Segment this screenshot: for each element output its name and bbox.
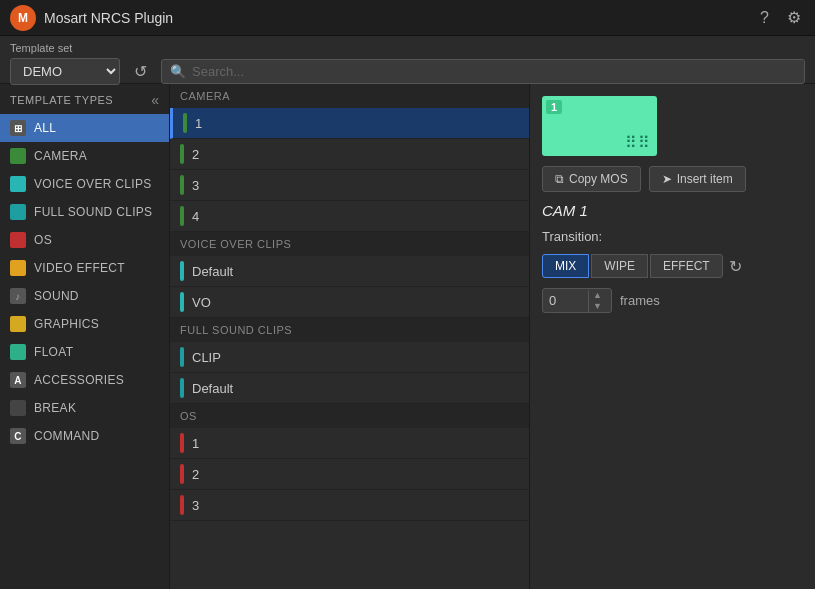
main-area: Template Types « ⊞ ALL CAMERA VOICE OVER… xyxy=(0,84,815,589)
ve-icon xyxy=(10,260,26,276)
sidebar-item-command[interactable]: C COMMAND xyxy=(0,422,169,450)
toolbar: Template set DEMO DEFAULT TEST ↺ 🔍 xyxy=(0,36,815,84)
transition-buttons: MIX WIPE EFFECT ↻ xyxy=(542,254,803,278)
camera-icon xyxy=(10,148,26,164)
preview-name: CAM 1 xyxy=(542,202,803,219)
transition-label: Transition: xyxy=(542,229,803,244)
section-header-fs: FULL SOUND CLIPS xyxy=(170,318,529,342)
camera-bar xyxy=(180,206,184,226)
sidebar-item-label: GRAPHICS xyxy=(34,317,99,331)
template-list: CAMERA 1 2 3 4 VOICE OVER CLIPS Default … xyxy=(170,84,530,589)
sidebar-item-label: FLOAT xyxy=(34,345,73,359)
sidebar-item-graphics[interactable]: GRAPHICS xyxy=(0,310,169,338)
template-item-fs-clip[interactable]: CLIP xyxy=(170,342,529,373)
search-wrapper: 🔍 xyxy=(161,59,805,84)
title-bar-right: ? ⚙ xyxy=(756,4,805,31)
refresh-button[interactable]: ↺ xyxy=(128,60,153,83)
break-icon xyxy=(10,400,26,416)
template-item-vo-vo[interactable]: VO xyxy=(170,287,529,318)
sidebar-item-sound[interactable]: ♪ SOUND xyxy=(0,282,169,310)
sidebar-item-label: COMMAND xyxy=(34,429,99,443)
accessories-icon: A xyxy=(10,372,26,388)
template-item-os-1[interactable]: 1 xyxy=(170,428,529,459)
sidebar-item-label: VOICE OVER CLIPS xyxy=(34,177,152,191)
float-icon xyxy=(10,344,26,360)
title-bar-left: M Mosart NRCS Plugin xyxy=(10,5,173,31)
template-item-vo-default[interactable]: Default xyxy=(170,256,529,287)
preview-actions: ⧉ Copy MOS ➤ Insert item xyxy=(542,166,803,192)
toolbar-row: DEMO DEFAULT TEST ↺ 🔍 xyxy=(10,58,805,85)
preview-dots: ⠿⠿ xyxy=(625,133,651,152)
sidebar-item-label: SOUND xyxy=(34,289,79,303)
transition-effect-button[interactable]: EFFECT xyxy=(650,254,723,278)
search-input[interactable] xyxy=(192,60,796,83)
template-set-label: Template set xyxy=(10,42,72,54)
frames-increment-button[interactable]: ▲ xyxy=(589,290,606,301)
insert-icon: ➤ xyxy=(662,172,672,186)
sidebar-item-break[interactable]: BREAK xyxy=(0,394,169,422)
section-header-camera: CAMERA xyxy=(170,84,529,108)
template-set-select[interactable]: DEMO DEFAULT TEST xyxy=(10,58,120,85)
os-icon xyxy=(10,232,26,248)
frames-row: ▲ ▼ frames xyxy=(542,288,803,313)
app-logo: M xyxy=(10,5,36,31)
frames-decrement-button[interactable]: ▼ xyxy=(589,301,606,312)
sidebar-item-all[interactable]: ⊞ ALL xyxy=(0,114,169,142)
sidebar-title: Template Types xyxy=(10,94,113,106)
sidebar-item-label: FULL SOUND CLIPS xyxy=(34,205,152,219)
vo-icon xyxy=(10,176,26,192)
graphics-icon xyxy=(10,316,26,332)
template-item-camera-1[interactable]: 1 xyxy=(170,108,529,139)
section-header-vo: VOICE OVER CLIPS xyxy=(170,232,529,256)
sound-icon: ♪ xyxy=(10,288,26,304)
transition-mix-button[interactable]: MIX xyxy=(542,254,589,278)
os-bar xyxy=(180,433,184,453)
fs-bar xyxy=(180,378,184,398)
transition-wipe-button[interactable]: WIPE xyxy=(591,254,648,278)
sidebar-item-label: OS xyxy=(34,233,52,247)
insert-item-label: Insert item xyxy=(677,172,733,186)
sidebar-collapse-button[interactable]: « xyxy=(151,92,159,108)
frames-input[interactable] xyxy=(543,289,588,312)
sidebar-item-label: ACCESSORIES xyxy=(34,373,124,387)
copy-mos-label: Copy MOS xyxy=(569,172,628,186)
template-item-os-2[interactable]: 2 xyxy=(170,459,529,490)
search-icon: 🔍 xyxy=(170,64,186,79)
sidebar-header: Template Types « xyxy=(0,84,169,114)
preview-panel: 1 ⠿⠿ ⧉ Copy MOS ➤ Insert item CAM 1 Tran… xyxy=(530,84,815,589)
sidebar-item-label: CAMERA xyxy=(34,149,87,163)
template-item-camera-4[interactable]: 4 xyxy=(170,201,529,232)
sidebar-item-video-effect[interactable]: VIDEO EFFECT xyxy=(0,254,169,282)
template-item-fs-default[interactable]: Default xyxy=(170,373,529,404)
copy-mos-button[interactable]: ⧉ Copy MOS xyxy=(542,166,641,192)
app-title: Mosart NRCS Plugin xyxy=(44,10,173,26)
preview-badge: 1 xyxy=(546,100,562,114)
sidebar-item-label: VIDEO EFFECT xyxy=(34,261,125,275)
fs-bar xyxy=(180,347,184,367)
sidebar-item-os[interactable]: OS xyxy=(0,226,169,254)
sidebar-item-float[interactable]: FLOAT xyxy=(0,338,169,366)
command-icon: C xyxy=(10,428,26,444)
template-item-camera-3[interactable]: 3 xyxy=(170,170,529,201)
help-button[interactable]: ? xyxy=(756,5,773,31)
fs-icon xyxy=(10,204,26,220)
template-item-camera-2[interactable]: 2 xyxy=(170,139,529,170)
sidebar: Template Types « ⊞ ALL CAMERA VOICE OVER… xyxy=(0,84,170,589)
sidebar-item-label: BREAK xyxy=(34,401,76,415)
transition-refresh-button[interactable]: ↻ xyxy=(729,257,742,276)
vo-bar xyxy=(180,292,184,312)
copy-icon: ⧉ xyxy=(555,172,564,186)
camera-bar xyxy=(183,113,187,133)
insert-item-button[interactable]: ➤ Insert item xyxy=(649,166,746,192)
template-item-os-3[interactable]: 3 xyxy=(170,490,529,521)
title-bar: M Mosart NRCS Plugin ? ⚙ xyxy=(0,0,815,36)
sidebar-item-full-sound[interactable]: FULL SOUND CLIPS xyxy=(0,198,169,226)
camera-bar xyxy=(180,175,184,195)
section-header-os: OS xyxy=(170,404,529,428)
sidebar-item-voice-over[interactable]: VOICE OVER CLIPS xyxy=(0,170,169,198)
vo-bar xyxy=(180,261,184,281)
sidebar-item-camera[interactable]: CAMERA xyxy=(0,142,169,170)
preview-thumbnail: 1 ⠿⠿ xyxy=(542,96,657,156)
settings-button[interactable]: ⚙ xyxy=(783,4,805,31)
sidebar-item-accessories[interactable]: A ACCESSORIES xyxy=(0,366,169,394)
